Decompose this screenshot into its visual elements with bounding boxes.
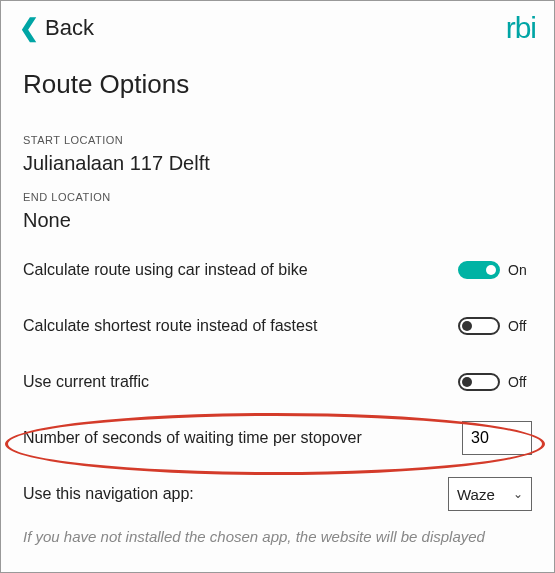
- option-traffic-label: Use current traffic: [23, 373, 149, 391]
- back-button[interactable]: ❮ Back: [19, 14, 94, 42]
- start-location-value[interactable]: Julianalaan 117 Delft: [23, 152, 532, 175]
- header: ❮ Back rbi: [1, 1, 554, 51]
- navapp-select[interactable]: Waze ⌄: [448, 477, 532, 511]
- option-shortest-label: Calculate shortest route instead of fast…: [23, 317, 317, 335]
- option-traffic-state: Off: [508, 374, 532, 390]
- chevron-down-icon: ⌄: [513, 487, 523, 501]
- navapp-hint: If you have not installed the chosen app…: [1, 522, 554, 545]
- option-car-state: On: [508, 262, 532, 278]
- option-traffic-toggle[interactable]: [458, 373, 500, 391]
- chevron-left-icon: ❮: [19, 14, 39, 42]
- option-shortest-toggle[interactable]: [458, 317, 500, 335]
- option-waiting-row: Number of seconds of waiting time per st…: [23, 410, 532, 466]
- content: START LOCATION Julianalaan 117 Delft END…: [1, 108, 554, 522]
- logo: rbi: [506, 11, 536, 45]
- end-location-value[interactable]: None: [23, 209, 532, 232]
- option-shortest-state: Off: [508, 318, 532, 334]
- start-location-label: START LOCATION: [23, 134, 532, 146]
- option-car-toggle[interactable]: [458, 261, 500, 279]
- option-shortest-row: Calculate shortest route instead of fast…: [23, 298, 532, 354]
- option-traffic-row: Use current traffic Off: [23, 354, 532, 410]
- back-label: Back: [45, 15, 94, 41]
- end-location-label: END LOCATION: [23, 191, 532, 203]
- option-car-row: Calculate route using car instead of bik…: [23, 242, 532, 298]
- page-title: Route Options: [1, 51, 554, 108]
- navapp-value: Waze: [457, 486, 495, 503]
- option-car-label: Calculate route using car instead of bik…: [23, 261, 308, 279]
- waiting-seconds-input[interactable]: [462, 421, 532, 455]
- option-waiting-label: Number of seconds of waiting time per st…: [23, 429, 362, 447]
- option-navapp-row: Use this navigation app: Waze ⌄: [23, 466, 532, 522]
- option-navapp-label: Use this navigation app:: [23, 485, 194, 503]
